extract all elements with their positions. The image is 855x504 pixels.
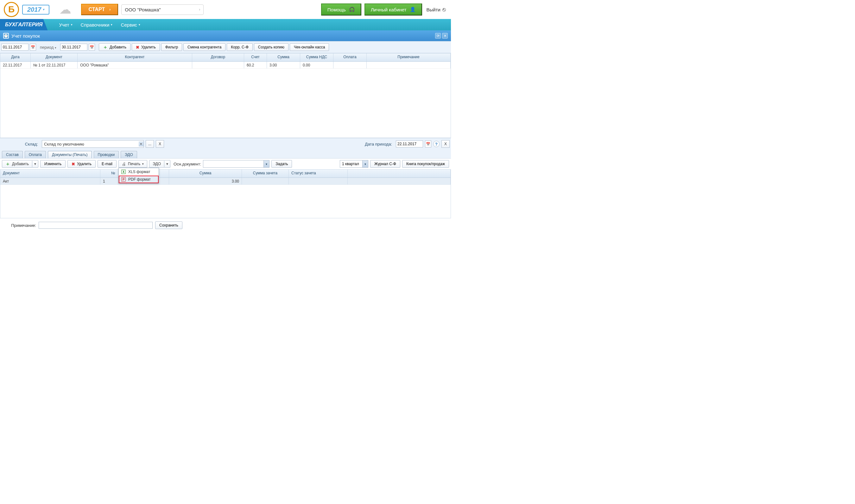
copy-button[interactable]: Создать копию xyxy=(254,43,289,51)
calendar-icon[interactable]: 📅 xyxy=(425,141,431,147)
purchases-grid: Дата Документ Контрагент Договор Счет Су… xyxy=(0,53,451,138)
date-from-input[interactable] xyxy=(1,44,29,51)
filter-toolbar: 📅 период ▾ 📅 ＋Добавить ✖Удалить Фильтр С… xyxy=(0,41,451,53)
documents-grid: Документ № Сумма Сумма зачета Статус зач… xyxy=(0,169,451,218)
journal-sf-button[interactable]: Журнал С-Ф xyxy=(370,160,400,168)
col-date[interactable]: Дата xyxy=(0,53,31,61)
save-button[interactable]: Сохранить xyxy=(155,221,182,229)
delete-button[interactable]: ✖Удалить xyxy=(132,43,160,51)
main-doc-input[interactable] xyxy=(203,160,263,167)
app-title-wrap: БУХГАЛТЕРИЯ xyxy=(0,19,48,30)
col-account[interactable]: Счет xyxy=(244,53,267,61)
headset-icon: 🎧 xyxy=(349,7,355,12)
nav-item-servis[interactable]: Сервис▾ xyxy=(121,22,140,28)
year-selector[interactable]: 2017 ▾ xyxy=(22,5,49,15)
edo-button[interactable]: ЭДО ▾ xyxy=(149,160,170,168)
quarter-value[interactable] xyxy=(340,160,362,167)
chevron-down-icon: ▾ xyxy=(55,46,56,49)
chef-mascot-icon: ☁ xyxy=(53,1,78,18)
arrival-clear-button[interactable]: X xyxy=(441,140,450,148)
tab-edo[interactable]: ЭДО xyxy=(121,151,137,158)
chevron-down-icon: ▾ xyxy=(71,23,72,26)
add-button[interactable]: ＋Добавить xyxy=(99,43,130,51)
printer-icon: 🖨 xyxy=(122,162,126,166)
chevron-down-icon[interactable]: ▾ xyxy=(32,161,38,167)
tab-provodki[interactable]: Проводки xyxy=(94,151,119,158)
table-row[interactable]: Акт 1 3.00 xyxy=(0,178,451,185)
chevron-down-icon[interactable]: ▾ xyxy=(362,160,368,167)
calendar-icon[interactable]: 📅 xyxy=(89,44,95,51)
cabinet-button[interactable]: Личный кабинет 👤 xyxy=(365,3,422,16)
col-contract[interactable]: Договор xyxy=(192,53,244,61)
quarter-combo[interactable]: ▾ xyxy=(340,160,368,168)
col2-blank2[interactable] xyxy=(348,169,451,178)
start-button[interactable]: СТАРТ › xyxy=(81,4,119,15)
grid2-body[interactable]: Акт 1 3.00 xyxy=(0,178,451,218)
corr-sf-button[interactable]: Корр. С-Ф xyxy=(227,43,252,51)
note-label: Примечание: xyxy=(2,223,36,228)
note-input[interactable] xyxy=(39,222,153,229)
filter-button[interactable]: Фильтр xyxy=(161,43,182,51)
cell-date: 22.11.2017 xyxy=(0,62,31,68)
warehouse-browse-button[interactable]: ... xyxy=(146,140,154,148)
tab-sostav[interactable]: Состав xyxy=(2,151,23,158)
chevron-down-icon[interactable]: ▾ xyxy=(263,160,269,167)
cell2-blank2 xyxy=(348,178,451,184)
email-button[interactable]: E-mail xyxy=(98,160,117,168)
add-doc-button[interactable]: ＋Добавить ▾ xyxy=(2,160,38,168)
col2-sum-zachet[interactable]: Сумма зачета xyxy=(242,169,289,178)
logout-link[interactable]: Выйти ⎋ xyxy=(425,4,447,15)
print-xls-item[interactable]: X XLS формат xyxy=(119,168,159,176)
delete-doc-button[interactable]: ✖Удалить xyxy=(67,160,95,168)
close-icon[interactable]: ✕ xyxy=(442,33,448,39)
col2-status[interactable]: Статус зачета xyxy=(289,169,348,178)
col-note[interactable]: Примечание xyxy=(367,53,451,61)
col-payment[interactable]: Оплата xyxy=(333,53,367,61)
help-label: Помощь xyxy=(328,7,346,12)
warehouse-clear-button[interactable]: X xyxy=(156,140,164,148)
chevron-down-icon[interactable]: ▾ xyxy=(164,161,170,167)
print-button[interactable]: 🖨Печать ▾ X XLS формат P PDF формат xyxy=(119,160,147,168)
tab-oplata[interactable]: Оплата xyxy=(25,151,46,158)
col-doc[interactable]: Документ xyxy=(31,53,77,61)
note-row: Примечание: Сохранить xyxy=(0,218,451,232)
plus-icon: ＋ xyxy=(5,161,10,167)
cell-counterparty: ООО "Ромашка" xyxy=(77,62,192,68)
col-counterparty[interactable]: Контрагент xyxy=(77,53,192,61)
purchase-book-button[interactable]: Книга покупок/продаж xyxy=(402,160,449,168)
logout-icon: ⎋ xyxy=(442,6,446,13)
date-to-input[interactable] xyxy=(60,44,87,51)
chevron-down-icon: ▾ xyxy=(142,162,144,165)
help-button[interactable]: Помощь 🎧 xyxy=(321,3,361,16)
col-sum[interactable]: Сумма xyxy=(267,53,300,61)
warehouse-selector[interactable]: Склад по умолчанию ▾ xyxy=(42,140,144,148)
cell-sum-vat: 0.00 xyxy=(300,62,333,68)
cell2-doc: Акт xyxy=(0,178,100,184)
period-dropdown[interactable]: период ▾ xyxy=(37,44,59,51)
calendar-icon[interactable]: 📅 xyxy=(30,44,36,51)
organization-selector[interactable]: ООО "Ромашка" › xyxy=(121,4,204,15)
cell-sum: 3.00 xyxy=(267,62,300,68)
nav-item-spravochniki[interactable]: Справочники▾ xyxy=(81,22,113,28)
print-pdf-item[interactable]: P PDF формат xyxy=(119,176,159,183)
set-button[interactable]: Задать xyxy=(272,160,292,168)
refresh-icon[interactable]: ⟳ xyxy=(435,33,441,39)
col2-doc[interactable]: Документ xyxy=(0,169,100,178)
logo-icon: Б xyxy=(4,2,19,17)
col2-sum[interactable]: Сумма xyxy=(169,169,242,178)
table-row[interactable]: 22.11.2017 № 1 от 22.11.2017 ООО "Ромашк… xyxy=(0,62,451,69)
grid-body[interactable]: 22.11.2017 № 1 от 22.11.2017 ООО "Ромашк… xyxy=(0,62,451,138)
edit-doc-button[interactable]: Изменить xyxy=(40,160,66,168)
chevron-right-icon: › xyxy=(199,7,200,12)
top-bar: Б 2017 ▾ ☁ СТАРТ › ООО "Ромашка" › Помощ… xyxy=(0,0,451,19)
organization-value: ООО "Ромашка" xyxy=(125,7,160,12)
check-online-button[interactable]: Чек-онлайн касса xyxy=(290,43,329,51)
arrival-date-input[interactable] xyxy=(396,141,423,147)
nav-item-uchet[interactable]: Учет▾ xyxy=(59,22,72,28)
help-icon[interactable]: ? xyxy=(433,141,439,147)
tab-documents-print[interactable]: Документы (Печать) xyxy=(48,151,92,158)
documents-toolbar: ＋Добавить ▾ Изменить ✖Удалить E-mail 🖨Пе… xyxy=(0,159,451,169)
change-counterparty-button[interactable]: Смена контрагента xyxy=(184,43,225,51)
col-sum-vat[interactable]: Сумма НДС xyxy=(300,53,333,61)
main-doc-combo[interactable]: ▾ xyxy=(203,160,269,168)
